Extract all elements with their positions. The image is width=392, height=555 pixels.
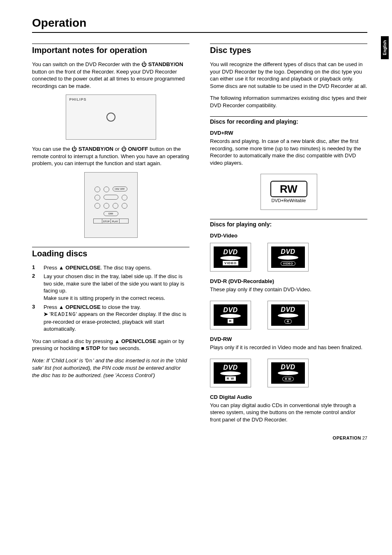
step-number: 2 [32,273,37,302]
text: or [113,146,121,152]
section-rule [32,247,189,247]
section-rule [32,44,189,44]
paragraph: You can play digital audio CDs in conven… [210,402,367,424]
logo-subtext: R W [282,377,293,381]
standby-icon: ⏻ [141,61,147,67]
paragraph: You will recognize the different types o… [210,61,367,90]
logo-text: DVD [281,307,295,313]
logo-text: DVD [223,365,238,371]
display-text: On [85,358,93,364]
content-columns: Important notes for operation You can sw… [32,41,367,428]
text: Press [44,304,59,310]
paragraph: You can use the ⏻ STANDBY/ON or ⏻ ON/OFF… [32,145,189,167]
paragraph: You can switch on the DVD Recorder with … [32,61,189,90]
disc-type-title: CD Digital Audio [210,394,367,400]
logo-text: DVD [281,364,295,370]
display-text: READING [51,311,76,318]
remote-onoff-label: ON/ OFF [113,187,127,191]
logo-dvd-rw-2: DVD R W [267,359,309,387]
text-bold: OPEN/CLOSE [65,265,100,271]
section-rule [210,44,367,44]
logo-subtext: R [284,319,292,324]
text-bold: ON/OFF [128,146,148,152]
language-tab: English [381,36,389,59]
paragraph: Plays only if it is recorded in Video mo… [210,344,367,351]
standby-icon: ⏻ [71,146,77,152]
logo-dvd-video-1: DVD VIDEO [210,243,251,272]
steps-list: 1 Press ▲ OPEN/CLOSE. The disc tray open… [32,264,189,333]
logo-text: DVD [223,249,238,255]
paragraph: The following information summarizes exi… [210,94,367,109]
eject-icon: ▲ [59,265,64,271]
result-arrow-icon: ➤ [44,311,48,317]
step-number: 3 [32,304,37,333]
text-bold: OPEN/CLOSE [121,338,156,344]
logo-subtext: DVD+ReWritable [272,198,306,203]
stop-icon: ■ [81,345,84,351]
logo-dvd-rw: RW DVD+ReWritable [261,174,317,210]
text: You can use the [32,146,71,152]
text: Note: If 'Child Lock' is ' [32,357,85,364]
section-title-important-notes: Important notes for operation [32,46,189,55]
section-rule [210,116,367,117]
paragraph: You can unload a disc by pressing ▲ OPEN… [32,338,189,352]
text-bold: STANDBY/ON [148,61,183,67]
text-bold: OPEN/CLOSE [65,304,100,310]
step-number: 1 [32,264,37,272]
disc-type-title: DVD-R (DVD-Recordable) [210,278,367,284]
text: to close the tray. [101,304,141,310]
text: You can unload a disc by pressing [32,338,114,344]
section-rule [210,219,367,219]
remote-control-illustration: ON/ OFF DIM STOPPLAY [84,172,138,238]
logo-dvd-rw-1: DVD R W [210,359,251,387]
subheading-playing-only: Discs for playing only: [210,221,367,228]
text: for two seconds. [100,345,141,351]
text: Press [44,265,59,271]
step-item: 3 Press ▲ OPEN/CLOSE to close the tray. … [32,304,189,333]
paragraph: Records and playing. In case of a new bl… [210,138,367,166]
eject-icon: ▲ [59,304,64,310]
footer-label: OPERATION [333,435,361,440]
subheading-recording-playing: Discs for recording and playing: [210,118,367,125]
eject-icon: ▲ [114,338,120,344]
step-item: 1 Press ▲ OPEN/CLOSE. The disc tray open… [32,264,189,272]
logo-subtext: VIDEO [281,261,295,266]
disc-type-title: DVD-RW [210,336,367,342]
text: You can switch on the DVD Recorder with … [32,61,141,67]
logo-subtext: R W [225,376,236,381]
logo-text: RW [270,181,307,197]
paragraph: These play only if they contain DVD-Vide… [210,286,367,293]
remote-stop-label: STOP [102,219,111,223]
disc-type-title: DVD+RW [210,130,367,136]
logo-dvd-r-1: DVD R [210,301,251,329]
logo-dvd-r-2: DVD R [267,301,309,329]
page-footer: OPERATION 27 [333,435,367,440]
logo-text: DVD [281,249,295,255]
logo-text: DVD [223,307,238,313]
section-title-disc-types: Disc types [210,46,367,55]
footer-page-number: 27 [362,435,367,440]
left-column: Important notes for operation You can sw… [32,41,189,428]
text-bold: STANDBY/ON [78,146,113,152]
logo-subtext: R [228,319,234,323]
section-title-loading-discs: Loading discs [32,249,189,258]
title-rule [32,32,367,33]
device-brand-label: PHILIPS [66,95,156,104]
note-paragraph: Note: If 'Child Lock' is 'On' and the di… [32,357,189,379]
remote-play-label: PLAY [111,219,120,223]
disc-type-title: DVD-Video [210,233,367,239]
text: button on the front of the Recorder. Kee… [32,69,184,89]
text: Lay your chosen disc in the tray, label … [44,273,189,302]
step-item: 2 Lay your chosen disc in the tray, labe… [32,273,189,302]
page-title: Operation [32,16,367,30]
standby-icon: ⏻ [121,146,127,152]
right-column: Disc types You will recognize the differ… [210,41,367,428]
logo-dvd-video-2: DVD VIDEO [267,243,309,272]
text-bold: STOP [86,345,100,351]
device-front-illustration: PHILIPS [66,94,156,140]
text: . The disc tray opens. [101,265,152,271]
logo-subtext: VIDEO [223,261,238,265]
remote-dim-label: DIM [104,211,118,216]
